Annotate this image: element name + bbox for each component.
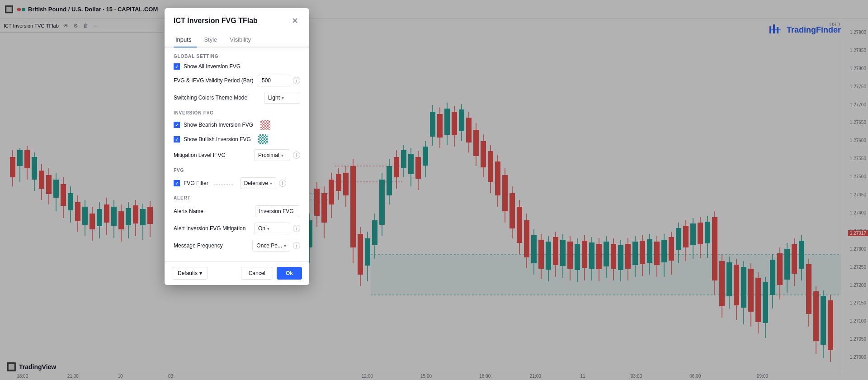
- validity-info-icon[interactable]: i: [293, 77, 300, 84]
- mitigation-alert-dropdown[interactable]: On ▾: [254, 223, 290, 234]
- mitigation-alert-label: Alert Inversion FVG Mitigation: [174, 225, 254, 232]
- mitigation-alert-info-icon[interactable]: i: [293, 225, 300, 232]
- modal-overlay: [0, 0, 868, 380]
- fvg-filter-checkbox[interactable]: [174, 180, 180, 186]
- bullish-fvg-label: Show Bullish Inversion FVG: [184, 136, 251, 142]
- tab-inputs[interactable]: Inputs: [174, 33, 197, 48]
- alerts-name-label: Alerts Name: [174, 208, 255, 214]
- validity-period-input[interactable]: [258, 75, 290, 86]
- color-theme-control: Light ▾: [264, 92, 300, 104]
- color-theme-arrow: ▾: [282, 95, 284, 100]
- cancel-button[interactable]: Cancel: [241, 267, 273, 280]
- alerts-name-input[interactable]: [255, 205, 300, 217]
- show-all-fvg-checkbox[interactable]: [174, 63, 180, 70]
- section-inversion-fvg: INVERSION FVG: [174, 110, 300, 115]
- alerts-name-control: [255, 205, 300, 217]
- mitigation-level-control: Proximal ▾ i: [254, 149, 300, 161]
- color-theme-dropdown[interactable]: Light ▾: [264, 92, 300, 104]
- defaults-button[interactable]: Defaults ▾: [172, 267, 208, 280]
- fvg-filter-info-icon[interactable]: i: [279, 180, 286, 187]
- show-all-fvg-row: Show All Inversion FVG: [174, 63, 300, 70]
- mitigation-level-label: Mitigation Level IFVG: [174, 152, 254, 158]
- mitigation-alert-row: Alert Inversion FVG Mitigation On ▾ i: [174, 222, 300, 235]
- message-frequency-row: Message Frequency Once Pe... ▾ i: [174, 239, 300, 252]
- message-frequency-info-icon[interactable]: i: [293, 242, 300, 249]
- modal-dialog: ICT Inversion FVG TFlab ✕ Inputs Style V…: [165, 8, 309, 285]
- tab-visibility[interactable]: Visibility: [228, 33, 256, 48]
- validity-period-label: FVG & IFVG Validity Period (Bar): [174, 77, 258, 84]
- section-global-setting: GLOBAL SETTING: [174, 54, 300, 59]
- message-frequency-label: Message Frequency: [174, 242, 252, 249]
- fvg-filter-label: FVG Filter: [184, 180, 208, 186]
- chart-container: 🔲 British Pound / U.S. Dollar · 15 · CAP…: [0, 0, 868, 380]
- mitigation-info-icon[interactable]: i: [293, 152, 300, 159]
- color-theme-row: Switching Colors Theme Mode Light ▾: [174, 91, 300, 104]
- message-frequency-dropdown[interactable]: Once Pe... ▾: [252, 240, 290, 252]
- fvg-filter-control: Defensive ▾ i: [240, 177, 286, 189]
- bearish-fvg-checkbox[interactable]: [174, 122, 180, 128]
- modal-tabs: Inputs Style Visibility: [165, 28, 309, 48]
- bullish-fvg-row: Show Bullish Inversion FVG: [174, 134, 300, 144]
- mitigation-arrow: ▾: [281, 153, 283, 158]
- fvg-filter-value: Defensive: [244, 180, 268, 186]
- bearish-fvg-label: Show Bearish Inversion FVG: [184, 122, 253, 128]
- mitigation-level-dropdown[interactable]: Proximal ▾: [254, 149, 290, 161]
- ok-button[interactable]: Ok: [277, 267, 302, 280]
- modal-footer: Defaults ▾ Cancel Ok: [165, 261, 309, 285]
- bullish-fvg-checkbox[interactable]: [174, 136, 180, 142]
- message-frequency-arrow: ▾: [284, 243, 286, 248]
- fvg-filter-arrow: ▾: [270, 181, 272, 186]
- bearish-fvg-row: Show Bearish Inversion FVG: [174, 120, 300, 130]
- alerts-name-row: Alerts Name: [174, 205, 300, 218]
- modal-content: GLOBAL SETTING Show All Inversion FVG FV…: [165, 48, 309, 256]
- mitigation-level-value: Proximal: [258, 152, 279, 158]
- mitigation-alert-control: On ▾ i: [254, 223, 300, 234]
- bullish-checker-icon[interactable]: [258, 134, 268, 144]
- modal-header: ICT Inversion FVG TFlab ✕: [165, 8, 309, 26]
- modal-title: ICT Inversion FVG TFlab: [174, 17, 258, 25]
- mitigation-level-row: Mitigation Level IFVG Proximal ▾ i: [174, 149, 300, 162]
- color-theme-label: Switching Colors Theme Mode: [174, 95, 264, 101]
- show-all-fvg-label: Show All Inversion FVG: [184, 63, 241, 70]
- mitigation-alert-value: On: [258, 225, 265, 232]
- tab-style[interactable]: Style: [202, 33, 222, 48]
- validity-period-row: FVG & IFVG Validity Period (Bar) i: [174, 74, 300, 87]
- mitigation-alert-arrow: ▾: [267, 226, 269, 231]
- footer-action-buttons: Cancel Ok: [241, 267, 302, 280]
- message-frequency-value: Once Pe...: [256, 242, 282, 249]
- section-fvg: FVG: [174, 168, 300, 173]
- section-alert: ALERT: [174, 195, 300, 200]
- fvg-dots: …………: [214, 180, 234, 186]
- fvg-filter-row: FVG Filter ………… Defensive ▾ i: [174, 177, 300, 189]
- message-frequency-control: Once Pe... ▾ i: [252, 240, 300, 252]
- validity-period-control: i: [258, 75, 300, 86]
- fvg-filter-dropdown[interactable]: Defensive ▾: [240, 177, 276, 189]
- color-theme-value: Light: [268, 95, 280, 101]
- bearish-checker-icon[interactable]: [260, 120, 270, 130]
- close-button[interactable]: ✕: [289, 15, 300, 26]
